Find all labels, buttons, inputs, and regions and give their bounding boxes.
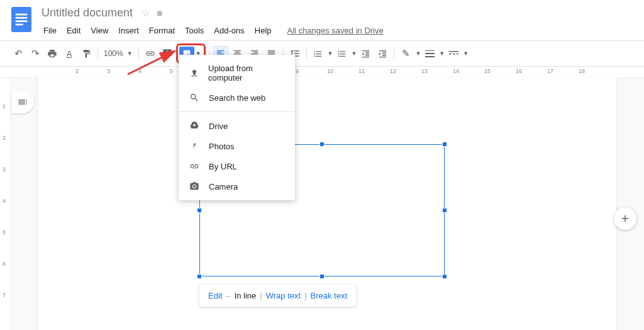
save-status[interactable]: All changes saved in Drive: [287, 23, 384, 38]
dd-search-web[interactable]: Search the web: [179, 88, 295, 108]
svg-rect-9: [449, 54, 452, 55]
resize-handle[interactable]: [442, 142, 447, 147]
separator: |: [260, 291, 262, 300]
undo-button[interactable]: ↶: [10, 45, 26, 62]
menu-edit[interactable]: Edit: [62, 23, 85, 38]
svg-rect-7: [425, 56, 435, 57]
wrap-inline-option[interactable]: In line: [235, 291, 257, 300]
canvas-area: 1234567 Edit – In line | Wrap text | Bre…: [0, 78, 644, 330]
dd-label: Upload from computer: [208, 64, 285, 82]
move-folder-icon[interactable]: ■: [157, 8, 163, 19]
dropdown-divider: [179, 111, 295, 112]
svg-rect-6: [425, 53, 435, 54]
resize-handle[interactable]: [442, 274, 447, 279]
separator: [97, 47, 98, 60]
dd-label: Search the web: [209, 93, 265, 103]
app-header: Untitled document ☆ ■ File Edit View Ins…: [0, 0, 644, 38]
outline-toggle-button[interactable]: [11, 91, 34, 113]
dd-photos[interactable]: Photos: [179, 136, 295, 156]
edit-image-link[interactable]: Edit: [208, 291, 222, 300]
svg-rect-3: [16, 20, 28, 22]
separator: –: [226, 291, 230, 300]
dd-label: Camera: [209, 182, 238, 191]
svg-rect-1: [16, 14, 28, 16]
title-area: Untitled document ☆ ■ File Edit View Ins…: [39, 5, 634, 38]
border-dash-button[interactable]: ▼: [445, 45, 469, 62]
bulleted-list-button[interactable]: ▼: [333, 45, 357, 62]
photos-icon: [189, 141, 200, 151]
numbered-list-button[interactable]: ▼: [310, 45, 333, 62]
dd-upload-computer[interactable]: Upload from computer: [179, 59, 295, 88]
upload-icon: [189, 68, 199, 78]
svg-point-12: [193, 185, 196, 188]
menu-view[interactable]: View: [86, 23, 113, 38]
menu-insert[interactable]: Insert: [114, 23, 143, 38]
resize-handle[interactable]: [197, 274, 202, 279]
star-icon[interactable]: ☆: [142, 7, 150, 19]
toolbar: ↶ ↷ A 100%▼ ▼ ▼ ▼ ✎▼ ▼ ▼: [0, 40, 644, 67]
svg-rect-11: [457, 54, 458, 55]
dd-by-url[interactable]: By URL: [179, 156, 295, 176]
vertical-ruler[interactable]: 1234567: [0, 78, 11, 330]
break-text-option[interactable]: Break text: [311, 291, 348, 300]
menu-bar: File Edit View Insert Format Tools Add-o…: [39, 23, 634, 38]
dd-label: Photos: [209, 142, 234, 151]
svg-rect-2: [16, 17, 28, 19]
menu-file[interactable]: File: [39, 23, 61, 38]
separator: [138, 47, 139, 60]
border-color-button[interactable]: ✎▼: [397, 45, 421, 62]
redo-button[interactable]: ↷: [27, 45, 43, 62]
drive-icon: [189, 121, 200, 131]
svg-rect-8: [449, 51, 458, 52]
menu-help[interactable]: Help: [250, 23, 276, 38]
dd-label: Drive: [209, 122, 228, 131]
increase-indent-button[interactable]: [374, 45, 391, 62]
menu-tools[interactable]: Tools: [180, 23, 208, 38]
menu-addons[interactable]: Add-ons: [209, 23, 248, 38]
resize-handle[interactable]: [319, 142, 325, 147]
menu-format[interactable]: Format: [145, 23, 179, 38]
dd-drive[interactable]: Drive: [179, 116, 295, 136]
wrap-text-option[interactable]: Wrap text: [266, 291, 301, 300]
docs-logo-icon[interactable]: [10, 5, 33, 34]
insert-link-button[interactable]: [142, 45, 158, 62]
svg-rect-0: [11, 7, 31, 32]
document-title[interactable]: Untitled document: [39, 5, 135, 21]
add-comment-button[interactable]: [159, 45, 175, 62]
insert-image-dropdown: Upload from computer Search the web Driv…: [179, 55, 295, 200]
separator: [394, 47, 394, 60]
spellcheck-button[interactable]: A: [61, 45, 77, 62]
separator: [306, 47, 307, 60]
image-options-toolbar: Edit – In line | Wrap text | Break text: [199, 285, 356, 307]
separator: |: [304, 291, 306, 300]
dd-label: By URL: [209, 162, 237, 171]
explore-button[interactable]: [614, 207, 636, 230]
resize-handle[interactable]: [319, 274, 325, 279]
resize-handle[interactable]: [197, 208, 202, 213]
svg-rect-4: [16, 24, 23, 26]
print-button[interactable]: [44, 45, 60, 62]
zoom-selector[interactable]: 100%▼: [101, 49, 135, 58]
search-icon: [189, 93, 200, 103]
resize-handle[interactable]: [442, 208, 447, 213]
svg-rect-5: [425, 50, 435, 51]
border-weight-button[interactable]: ▼: [421, 45, 445, 62]
link-icon: [189, 161, 200, 171]
dd-camera[interactable]: Camera: [179, 176, 295, 196]
decrease-indent-button[interactable]: [357, 45, 374, 62]
svg-rect-10: [453, 54, 455, 55]
paint-format-button[interactable]: [78, 45, 94, 62]
camera-icon: [189, 181, 200, 191]
